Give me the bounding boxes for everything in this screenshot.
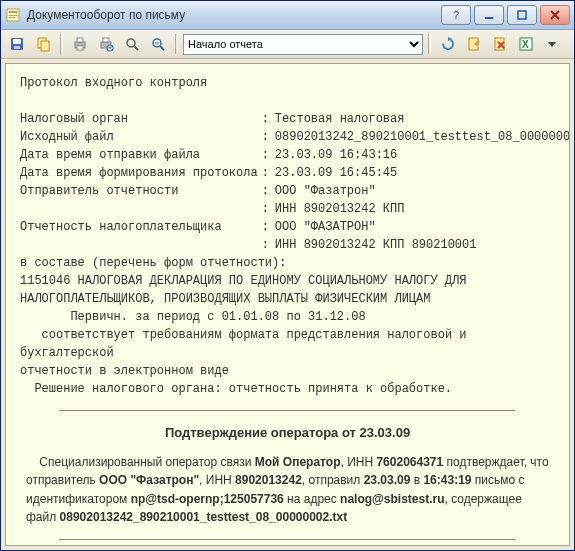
print-preview-icon[interactable]: [94, 32, 118, 56]
refresh-icon[interactable]: [436, 32, 460, 56]
document-content: Протокол входного контроля Налоговый орг…: [5, 63, 570, 546]
toolbar: Начало отчета X: [1, 30, 574, 59]
separator: [175, 34, 178, 54]
svg-text:X: X: [522, 39, 529, 50]
field-row: Отчетность налогоплательщика:ООО "ФАЗАТР…: [20, 218, 570, 236]
composition-intro: в составе (перечень форм отчетности):: [20, 254, 555, 272]
mode-select[interactable]: Начало отчета: [183, 34, 423, 55]
svg-rect-16: [77, 46, 83, 50]
titlebar[interactable]: Документооборот по письму ?: [1, 1, 574, 30]
divider: [60, 410, 515, 411]
field-row: Исходный файл:08902013242_890210001_test…: [20, 128, 570, 146]
edit-icon[interactable]: [462, 32, 486, 56]
minimize-button[interactable]: [474, 5, 504, 25]
print-icon[interactable]: [68, 32, 92, 56]
svg-rect-3: [9, 17, 15, 18]
svg-rect-6: [518, 11, 526, 19]
confirmation-body: Специализированный оператор связи Мой Оп…: [20, 453, 555, 527]
find-icon[interactable]: [146, 32, 170, 56]
compliance-line: соответствует требованиям формата предст…: [20, 326, 555, 362]
help-button[interactable]: ?: [441, 5, 471, 25]
field-row: :ИНН 8902013242 КПП 890210001: [20, 236, 570, 254]
svg-rect-11: [14, 46, 20, 49]
decision-line: Решение налогового органа: отчетность пр…: [20, 380, 555, 398]
svg-rect-18: [103, 38, 109, 42]
svg-text:?: ?: [453, 10, 459, 20]
separator: [60, 34, 63, 54]
copy-icon[interactable]: [31, 32, 55, 56]
svg-rect-2: [9, 15, 17, 16]
window-title: Документооборот по письму: [27, 8, 441, 22]
delete-icon[interactable]: [488, 32, 512, 56]
excel-icon[interactable]: X: [514, 32, 538, 56]
field-row: Отправитель отчетности:ООО "Фазатрон": [20, 182, 570, 200]
svg-marker-33: [548, 42, 556, 47]
close-button[interactable]: [540, 5, 570, 25]
svg-line-23: [160, 46, 164, 50]
svg-rect-1: [9, 11, 17, 13]
svg-rect-13: [41, 41, 49, 51]
compliance-line2: отчетности в электронном виде: [20, 362, 555, 380]
svg-rect-5: [485, 17, 493, 19]
maximize-button[interactable]: [507, 5, 537, 25]
svg-rect-15: [77, 38, 83, 42]
svg-point-20: [127, 39, 135, 47]
dropdown-icon[interactable]: [540, 32, 564, 56]
field-row: Дата время отправки файла:23.03.09 16:43…: [20, 146, 570, 164]
zoom-icon[interactable]: [120, 32, 144, 56]
form-line: 1151046 НАЛОГОВАЯ ДЕКЛАРАЦИЯ ПО ЕДИНОМУ …: [20, 272, 555, 308]
separator: [428, 34, 431, 54]
save-icon[interactable]: [5, 32, 29, 56]
app-icon: [5, 7, 21, 23]
svg-line-21: [134, 46, 138, 50]
field-row: Дата время формирования протокола:23.03.…: [20, 164, 570, 182]
app-window: Документооборот по письму ? Начало отчет…: [0, 0, 575, 551]
field-row: :ИНН 8902013242 КПП: [20, 200, 570, 218]
field-row: Налоговый орган:Тестовая налоговая: [20, 110, 570, 128]
confirmation-title: Подтверждение оператора от 23.03.09: [20, 423, 555, 443]
svg-rect-10: [13, 39, 21, 44]
period-line: Первичн. за период с 01.01.08 по 31.12.0…: [20, 308, 555, 326]
protocol-heading: Протокол входного контроля: [20, 74, 555, 92]
divider: [60, 539, 515, 540]
protocol-fields: Налоговый орган:Тестовая налоговая Исход…: [20, 110, 570, 254]
